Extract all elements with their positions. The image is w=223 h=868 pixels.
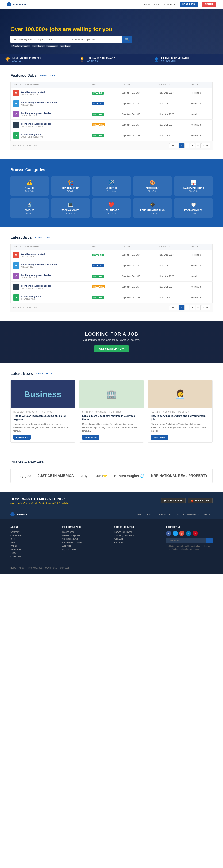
footer-link[interactable]: Student Resume [62,538,109,540]
featured-next-button[interactable]: NEXT [201,143,210,148]
latest-page-2[interactable]: 2 [185,305,189,310]
footer-link[interactable]: Add Jobs [62,545,109,547]
footer-bottom-link[interactable]: CONDITIONS [45,567,57,569]
footer-link[interactable]: Add a Job [114,538,161,540]
category-card[interactable]: 📊 SALES/MARKETING 2,503 Jobs [174,176,213,196]
footer-link[interactable]: Team [10,552,57,554]
footer-bottom-link[interactable]: HOME [10,567,16,569]
footer-bottom-link[interactable]: ABOUT [19,567,26,569]
footer-link[interactable]: Browse Jobs [62,531,109,533]
news-body: Nov 22, 2017 0 COMMENTS TIPS & TRICKS Ti… [11,408,75,442]
search-button[interactable]: 🔍 [122,36,132,43]
post-job-button[interactable]: POST A JOB [180,2,198,7]
table-row[interactable]: W Web Designer needed SIMPLY CREATIVE FU… [11,250,213,260]
table-row[interactable]: F Front end developer needed FOLDER CORP… [11,282,213,292]
read-more-button[interactable]: READ MORE [151,435,168,440]
keyword-2[interactable]: car dealer [60,44,71,48]
latest-page-1[interactable]: 1 [179,305,184,310]
footer-logo-icon: J [10,512,14,517]
table-row[interactable]: C Looking for a project leader COMPIX AG… [11,271,213,282]
latest-jobs-view-all[interactable]: VIEW ALL JOBS › [34,236,52,239]
footer-link[interactable]: My Bookmarks [62,548,109,551]
category-card[interactable]: 🏗️ CONSTRUCTION 702 Jobs [52,176,90,196]
category-count: 702 Jobs [54,190,87,192]
footer-nav-link[interactable]: HOME [136,513,143,516]
featured-prev-button[interactable]: PREV [169,143,178,148]
job-search-input[interactable] [10,36,66,43]
table-row[interactable]: W Web Designer needed SIMPLY CREATIVE FU… [11,88,213,98]
nav-about[interactable]: About [154,3,160,6]
featured-page-2[interactable]: 2 [185,143,189,148]
google-play-button[interactable]: ▶ GOOGLE PLAY [161,498,186,503]
footer-link[interactable]: Our Partners [10,534,57,537]
footer-link[interactable]: Blog [10,538,57,540]
footer-bottom-link[interactable]: CONTACT [60,567,69,569]
footer-link[interactable]: Pricing [10,545,57,547]
cta-button[interactable]: GET STARTED NOW [94,345,129,352]
footer-link[interactable]: Browse Categories [62,534,109,537]
category-card[interactable]: ❤️ HEALTHCARE 3419 Jobs [92,198,130,218]
hero-heading-post: jobs are waiting for you [48,26,112,32]
footer-nav-link[interactable]: BROWSE CANDIDATES [176,513,199,516]
footer-nav-link[interactable]: ABOUT [146,513,154,516]
stat-candidates-link[interactable]: OUR COMMUNITY [161,60,176,62]
apple-store-button[interactable]: 🍎 APPLE STORE [188,498,213,503]
footer-link[interactable]: Help Center [10,548,57,551]
table-row[interactable]: F Front end developer needed FOLDER CORP… [11,120,213,130]
footer-nav-link[interactable]: CONTACT [202,513,213,516]
category-count: 2,961 Jobs [95,190,128,192]
table-row[interactable]: C Looking for a project leader COMPIX AG… [11,109,213,120]
latest-next-button[interactable]: NEXT [201,305,210,310]
featured-jobs-view-all[interactable]: VIEW ALL JOBS › [39,74,56,77]
location-search-input[interactable] [66,36,122,43]
keyword-1[interactable]: accountant [46,44,58,48]
categories-grid: 💰 FINANCE 4,054 Jobs 🏗️ CONSTRUCTION 702… [10,176,213,218]
featured-page-3[interactable]: 3 [190,143,195,148]
category-card[interactable]: 🎨 ART/DESIGN 2,503 Jobs [133,176,171,196]
latest-page-3[interactable]: 3 [190,305,195,310]
news-view-all[interactable]: VIEW ALL NEWS › [36,372,53,375]
newsletter-button[interactable]: → [206,538,213,543]
social-t-button[interactable]: t [173,531,178,536]
signin-button[interactable]: SIGN UP [202,2,216,7]
stat-salary-link[interactable]: LEARN MORE [87,60,98,62]
category-card[interactable]: 💻 TECHNOLOGIES 4538 Jobs [52,198,90,218]
category-card[interactable]: 🔬 SCIENCE 415 Jobs [10,198,49,218]
footer-bottom-links: HOMEABOUTBROWSE JOBSCONDITIONSCONTACT [10,567,69,569]
featured-page-1[interactable]: 1 [179,143,184,148]
social-in-button[interactable]: in [186,531,191,536]
table-row[interactable]: S Software Engineer ORLANDO YES FULL TIM… [11,292,213,303]
category-card[interactable]: 🎓 EDUCATION/TRAINING 3312 Jobs [133,198,171,218]
browse-categories-title: Browse Categories [10,167,213,172]
keyword-0[interactable]: web-design [32,44,44,48]
latest-page-6[interactable]: 6 [196,305,200,310]
read-more-button[interactable]: READ MORE [13,435,31,440]
category-name: SALES/MARKETING [177,187,210,189]
category-card[interactable]: ✈️ LOGISTICS 2,961 Jobs [92,176,130,196]
latest-prev-button[interactable]: PREV [169,305,178,310]
table-row[interactable]: M We're hiring a fullstack developer MIK… [11,260,213,271]
footer-nav-link[interactable]: BROWSE JOBS [157,513,172,516]
category-card[interactable]: 🍽️ FOOD SERVICES 717 Jobs [174,198,213,218]
footer-link[interactable]: Jobs [10,541,57,544]
social-f-button[interactable]: f [166,531,171,536]
nav-home[interactable]: Home [144,3,150,6]
table-row[interactable]: S Software Engineer BOCHNER PUBLISHING F… [11,130,213,141]
footer-link[interactable]: Company [10,531,57,533]
footer-link[interactable]: Contact Us [10,555,57,558]
category-card[interactable]: 💰 FINANCE 4,054 Jobs [10,176,49,196]
read-more-button[interactable]: READ MORE [82,435,99,440]
nav-contact[interactable]: Contact Us [164,3,176,6]
footer-link[interactable]: Packages [114,541,161,544]
social-p-button[interactable]: p [192,531,198,536]
table-row[interactable]: M We're hiring a fullstack developer MIK… [11,98,213,109]
newsletter-input[interactable] [166,538,206,543]
footer-link[interactable]: Company Dashboard [114,534,161,537]
stat-leading-link[interactable]: ABOUT US [12,60,21,62]
footer-link[interactable]: Candidates Classifieds [62,541,109,544]
footer-link[interactable]: Browse Candidates [114,531,161,533]
footer-bottom-link[interactable]: BROWSE JOBS [28,567,42,569]
newsletter-form: → [166,538,213,543]
featured-page-6[interactable]: 6 [196,143,200,148]
social-g+-button[interactable]: g+ [179,531,185,536]
